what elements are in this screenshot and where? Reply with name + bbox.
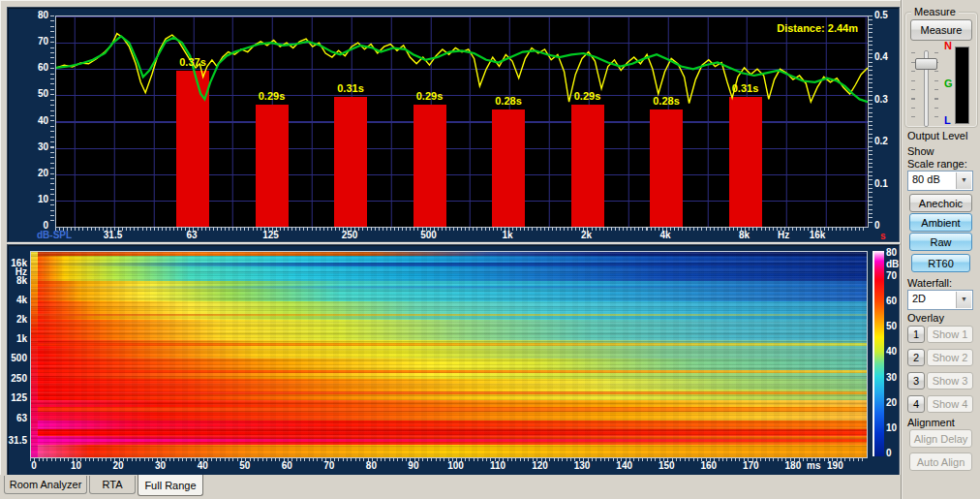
tab-full-range[interactable]: Full Range xyxy=(138,475,203,496)
right-axis-ticks xyxy=(869,16,873,226)
level-meter xyxy=(955,47,969,124)
freq-tick-label: 8k xyxy=(725,230,764,240)
chevron-down-icon[interactable]: ▼ xyxy=(956,172,971,189)
rt60-bar-label: 0.37s xyxy=(164,56,222,68)
colorbar-tick-label: 40 xyxy=(886,346,897,357)
rt60-bar-label: 0.28s xyxy=(637,95,695,107)
scale-range-select[interactable]: 80 dB ▼ xyxy=(907,171,973,191)
spectrogram-time-tick: 110 xyxy=(483,460,512,471)
spectrogram-streak xyxy=(31,343,867,346)
waterfall-value: 2D xyxy=(912,293,926,304)
tab-bar: Room AnalyzerRTAFull Range xyxy=(0,475,901,499)
spectrogram-freq-tick: 31.5 xyxy=(8,435,27,446)
freq-tick-label: 31.5 xyxy=(94,230,133,240)
spectrogram-time-tick: 40 xyxy=(188,460,217,471)
raw-button[interactable]: Raw xyxy=(909,233,972,251)
output-level-label: Output Level xyxy=(907,130,967,141)
rt60-bar-labels: 0.37s0.29s0.31s0.29s0.28s0.29s0.28s0.31s xyxy=(56,16,868,227)
spectrogram-streak xyxy=(31,391,867,394)
spectrogram-time-tick: 120 xyxy=(526,460,555,471)
rt60-bar-label: 0.29s xyxy=(243,90,301,102)
colorbar-tick-label: 50 xyxy=(886,321,897,331)
distance-annotation: Distance: 2.44m xyxy=(56,22,858,34)
output-level-slider-thumb[interactable] xyxy=(915,58,937,70)
tab-room-analyzer[interactable]: Room Analyzer xyxy=(4,476,87,494)
freq-tick-label: 1k xyxy=(488,230,527,240)
spectrogram-time-tick: 160 xyxy=(694,460,723,471)
spectrogram-plot xyxy=(30,251,868,458)
ms-unit-label: ms xyxy=(807,460,820,471)
spl-chart-panel: 0.37s0.29s0.31s0.29s0.28s0.29s0.28s0.31s… xyxy=(7,7,900,242)
db-spl-axis-label: dB-SPL xyxy=(37,230,72,240)
spectrogram-time-tick: 140 xyxy=(610,460,639,471)
measure-button[interactable]: Measure xyxy=(910,19,972,41)
spectrogram-freq-tick: 4k xyxy=(8,295,27,305)
spectrogram-streak xyxy=(31,379,867,390)
freq-tick-label: 250 xyxy=(330,230,369,240)
overlay-number-button[interactable]: 2 xyxy=(907,349,925,366)
spectrogram-freq-tick: 1k xyxy=(8,333,27,344)
spectrogram-time-tick: 0 xyxy=(19,460,48,471)
colorbar xyxy=(873,251,884,456)
db-tick-label: 70 xyxy=(17,36,48,47)
overlay-show-button[interactable]: Show 3 xyxy=(927,372,973,390)
overlay-number-button[interactable]: 3 xyxy=(907,372,925,390)
spectrogram-time-tick: 60 xyxy=(272,460,301,471)
spectrogram-time-tick: 190 xyxy=(820,460,849,471)
colorbar-tick-label: 60 xyxy=(886,296,897,306)
app-window: 0.37s0.29s0.31s0.29s0.28s0.29s0.28s0.31s… xyxy=(0,0,980,499)
spectrogram-streak xyxy=(31,407,867,412)
overlay-show-button[interactable]: Show 2 xyxy=(927,349,973,366)
hz-unit-label: Hz xyxy=(778,230,789,240)
overlay-number-button[interactable]: 4 xyxy=(907,395,925,413)
freq-tick-label: 63 xyxy=(172,230,211,240)
anechoic-button[interactable]: Anechoic xyxy=(909,194,972,212)
freq-tick-label: 16k xyxy=(798,230,837,240)
measure-group-title: Measure xyxy=(911,6,959,17)
auto-align-button[interactable]: Auto Align xyxy=(909,452,972,471)
chevron-down-icon[interactable]: ▼ xyxy=(956,292,971,308)
spectrogram-time-tick: 180 xyxy=(779,460,808,471)
rt60-bar-label: 0.28s xyxy=(479,95,537,107)
seconds-tick-label: 0.2 xyxy=(874,136,888,146)
freq-tick-label: 4k xyxy=(646,230,685,240)
spectrogram-time-tick: 130 xyxy=(567,460,597,471)
spectrogram-time-tick: 80 xyxy=(356,460,385,471)
colorbar-tick-label: 0 xyxy=(886,448,892,458)
rt60-bar-label: 0.31s xyxy=(322,82,380,94)
seconds-unit-label: s xyxy=(880,231,886,241)
spectrogram-freq-tick: 250 xyxy=(8,373,27,384)
overlay-show-button[interactable]: Show 4 xyxy=(927,395,973,413)
db-tick-label: 50 xyxy=(17,88,48,99)
spectrogram-freq-tick: 2k xyxy=(8,314,27,325)
spectrogram-time-tick: 20 xyxy=(104,460,133,471)
align-delay-button[interactable]: Align Delay xyxy=(909,429,972,448)
spectrogram-streak xyxy=(31,263,867,266)
spectrogram-time-tick: 170 xyxy=(736,460,765,471)
control-panel: Measure Measure N G L Output Level Show … xyxy=(901,0,980,499)
spectrogram-streak xyxy=(31,314,867,317)
meter-label-l: L xyxy=(944,114,951,126)
db-tick-label: 40 xyxy=(17,115,48,126)
db-tick-label: 20 xyxy=(17,168,48,178)
colorbar-tick-label: 70 xyxy=(886,270,897,281)
db-tick-label: 30 xyxy=(17,141,48,152)
spectrogram-time-tick: 70 xyxy=(315,460,344,471)
freq-tick-label: 500 xyxy=(410,230,448,240)
spectrogram-streak xyxy=(31,286,867,289)
meter-label-n: N xyxy=(944,40,952,51)
waterfall-select[interactable]: 2D ▼ xyxy=(907,290,973,310)
tab-rta[interactable]: RTA xyxy=(89,476,136,494)
spectrogram-streak xyxy=(31,429,867,436)
show-section-label: Show xyxy=(907,145,934,157)
overlay-section-label: Overlay xyxy=(907,312,944,324)
rt60-button[interactable]: RT60 xyxy=(911,254,970,272)
overlay-number-button[interactable]: 1 xyxy=(907,326,925,343)
spectrogram-streak xyxy=(31,439,867,442)
overlay-show-button[interactable]: Show 1 xyxy=(927,326,973,343)
ambient-button[interactable]: Ambient xyxy=(909,213,972,232)
left-axis-ticks xyxy=(50,16,54,226)
spectrogram-time-tick: 10 xyxy=(62,460,91,471)
spectrogram-time-tick: 100 xyxy=(442,460,471,471)
rt60-bar-label: 0.31s xyxy=(717,82,775,94)
